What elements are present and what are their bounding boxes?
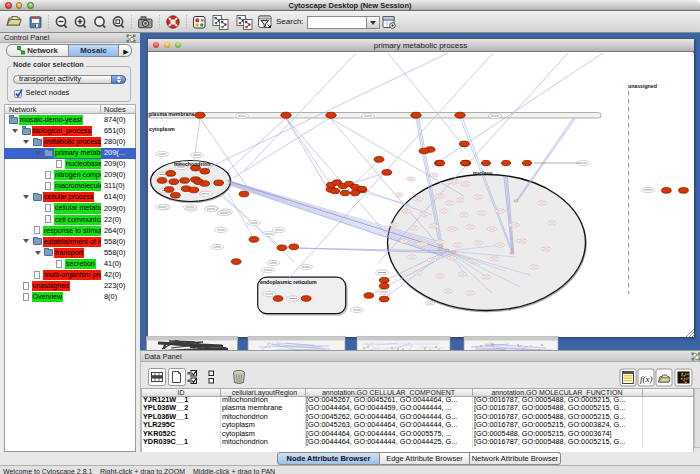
svg-text:nucleus: nucleus xyxy=(473,170,493,176)
svg-text:endoplasmic reticulum: endoplasmic reticulum xyxy=(260,279,317,285)
svg-text:cytoplasm: cytoplasm xyxy=(149,126,175,132)
svg-text:plasma membrane: plasma membrane xyxy=(149,111,195,117)
svg-text:unassigned: unassigned xyxy=(628,83,657,89)
svg-text:mitochondrion: mitochondrion xyxy=(174,161,210,167)
